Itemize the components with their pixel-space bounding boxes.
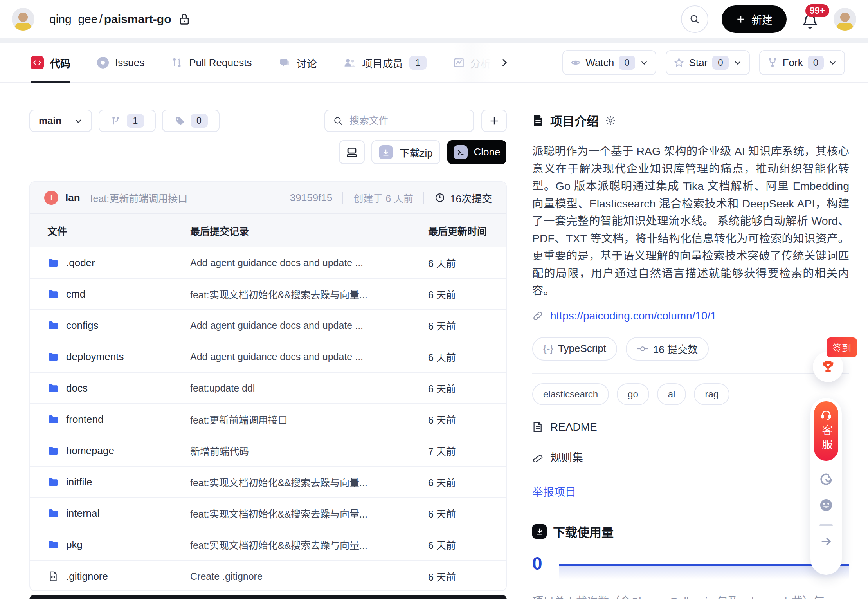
latest-commit-bar[interactable]: l lan feat:更新前端调用接口 39159f15 创建于 6 天前 16… xyxy=(30,182,506,214)
row-commit-message[interactable]: 新增前端代码 xyxy=(190,444,428,458)
new-button-label: 新建 xyxy=(751,12,773,27)
tag-go[interactable]: go xyxy=(617,383,649,405)
tab-code[interactable]: 代码 xyxy=(31,43,70,82)
tags-count-button[interactable]: 0 xyxy=(162,110,220,132)
pull-request-icon xyxy=(171,57,183,69)
file-name[interactable]: homepage xyxy=(66,445,114,457)
tab-issues[interactable]: Issues xyxy=(97,43,144,82)
table-row[interactable]: cmd feat:实现文档初始化&&搜索去躁与向量... 6 天前 xyxy=(30,279,506,310)
tag-ai[interactable]: ai xyxy=(657,383,686,405)
user-avatar[interactable] xyxy=(834,8,856,31)
tag-rag[interactable]: rag xyxy=(694,383,729,405)
checkin-badge[interactable]: 签到 xyxy=(827,337,857,357)
repo-name[interactable]: paismart-go xyxy=(104,13,171,26)
table-row[interactable]: initfile feat:实现文档初始化&&搜索去躁与向量... 6 天前 xyxy=(30,467,506,498)
row-commit-message[interactable]: Add agent guidance docs and update ... xyxy=(190,257,428,269)
search-button[interactable] xyxy=(681,5,708,33)
commit-author[interactable]: lan xyxy=(65,192,80,204)
file-name[interactable]: .qoder xyxy=(66,257,95,269)
customer-service-button[interactable]: 客服 xyxy=(814,401,838,461)
row-updated-time: 6 天前 xyxy=(428,256,506,270)
file-name[interactable]: initfile xyxy=(66,476,92,488)
file-name[interactable]: configs xyxy=(66,319,98,332)
file-name[interactable]: deployments xyxy=(66,351,124,363)
gear-icon[interactable] xyxy=(605,115,616,126)
branch-selector[interactable]: main xyxy=(29,110,92,132)
row-commit-message[interactable]: feat:update ddl xyxy=(190,382,428,394)
table-row[interactable]: docs feat:update ddl 6 天前 xyxy=(30,373,506,404)
row-commit-message[interactable]: feat:实现文档初始化&&搜索去躁与向量... xyxy=(190,538,428,552)
tab-discussions[interactable]: 讨论 xyxy=(279,43,317,82)
watch-button[interactable]: Watch 0 xyxy=(562,50,656,75)
readme-row[interactable]: README xyxy=(532,421,849,433)
chevron-down-icon[interactable] xyxy=(640,58,648,67)
row-commit-message[interactable]: Add agent guidance docs and update ... xyxy=(190,320,428,331)
file-name[interactable]: docs xyxy=(66,382,88,394)
feedback-spinner-icon[interactable] xyxy=(819,472,834,487)
branch-name: main xyxy=(39,115,61,126)
table-row[interactable]: configs Add agent guidance docs and upda… xyxy=(30,310,506,341)
table-row[interactable]: internal feat:实现文档初始化&&搜索去躁与向量... 6 天前 xyxy=(30,498,506,529)
tabs-overflow-chevron[interactable] xyxy=(496,55,512,70)
table-row[interactable]: .gitignore Create .gitignore 6 天前 xyxy=(30,561,506,591)
download-zip-label: 下载zip xyxy=(399,145,432,159)
file-name[interactable]: .gitignore xyxy=(66,570,108,583)
new-button[interactable]: 新建 xyxy=(722,5,787,33)
clone-button[interactable]: Clone xyxy=(447,140,506,164)
table-row[interactable]: frontend feat:更新前端调用接口 6 天前 xyxy=(30,404,506,435)
downloads-chart: 0 xyxy=(532,554,849,579)
chevron-down-icon[interactable] xyxy=(733,58,742,67)
row-updated-time: 6 天前 xyxy=(428,538,506,552)
tab-members[interactable]: 项目成员 1 xyxy=(344,43,427,82)
row-commit-message[interactable]: Add agent guidance docs and update ... xyxy=(190,351,428,363)
file-name[interactable]: pkg xyxy=(66,539,83,551)
notifications-button[interactable]: 99+ xyxy=(800,7,820,31)
row-commit-message[interactable]: feat:实现文档初始化&&搜索去躁与向量... xyxy=(190,506,428,520)
table-row[interactable]: deployments Add agent guidance docs and … xyxy=(30,341,506,373)
tab-analytics-truncated[interactable]: 分析 xyxy=(453,43,494,82)
ruleset-row[interactable]: 规则集 xyxy=(532,449,849,465)
row-updated-time: 6 天前 xyxy=(428,381,506,395)
commit-message[interactable]: feat:更新前端调用接口 xyxy=(90,191,188,205)
commit-count[interactable]: 16次提交 xyxy=(434,191,492,205)
file-search[interactable] xyxy=(324,110,474,132)
tab-discussions-label: 讨论 xyxy=(297,56,317,70)
row-commit-message[interactable]: feat:实现文档初始化&&搜索去躁与向量... xyxy=(190,475,428,489)
table-row[interactable]: .qoder Add agent guidance docs and updat… xyxy=(30,247,506,279)
file-name[interactable]: internal xyxy=(66,507,99,520)
row-commit-message[interactable]: feat:实现文档初始化&&搜索去躁与向量... xyxy=(190,287,428,301)
branches-count-button[interactable]: 1 xyxy=(99,110,156,132)
table-row[interactable]: homepage 新增前端代码 7 天前 xyxy=(30,435,506,467)
tab-pull-requests[interactable]: Pull Requests xyxy=(171,43,252,82)
tab-analytics-label: 分析 xyxy=(470,56,491,70)
commits-badge[interactable]: 16 提交数 xyxy=(626,337,709,361)
owner-avatar[interactable] xyxy=(12,8,34,31)
language-badge[interactable]: {-} TypeScript xyxy=(532,337,617,361)
plus-icon xyxy=(736,14,746,24)
file-search-input[interactable] xyxy=(349,115,465,127)
download-zip-button[interactable]: 下载zip xyxy=(371,140,440,164)
web-ide-button[interactable] xyxy=(339,140,365,164)
project-link[interactable]: https://paicoding.com/column/10/1 xyxy=(550,310,717,322)
file-name[interactable]: cmd xyxy=(66,288,85,300)
file-name[interactable]: frontend xyxy=(66,413,103,426)
repo-owner[interactable]: qing_gee xyxy=(49,13,97,26)
collapse-arrow-icon[interactable] xyxy=(819,535,833,548)
table-row[interactable]: pkg feat:实现文档初始化&&搜索去躁与向量... 6 天前 xyxy=(30,529,506,561)
star-button[interactable]: Star 0 xyxy=(666,50,750,75)
divider-dash xyxy=(819,524,833,526)
notification-badge: 99+ xyxy=(805,4,829,17)
star-label: Star xyxy=(689,57,708,69)
tag-elasticsearch[interactable]: elasticsearch xyxy=(532,383,609,405)
row-commit-message[interactable]: feat:更新前端调用接口 xyxy=(190,412,428,426)
row-commit-message[interactable]: Create .gitignore xyxy=(190,571,428,582)
add-file-button[interactable] xyxy=(481,110,507,132)
commit-author-avatar[interactable]: l xyxy=(44,191,58,205)
fork-button[interactable]: Fork 0 xyxy=(759,50,845,75)
row-updated-time: 6 天前 xyxy=(428,350,506,364)
commit-hash[interactable]: 39159f15 xyxy=(290,192,332,204)
chevron-down-icon[interactable] xyxy=(828,58,837,67)
smiley-icon[interactable] xyxy=(819,498,834,512)
report-project-link[interactable]: 举报项目 xyxy=(532,484,576,499)
badge-row: {-} TypeScript 16 提交数 xyxy=(532,337,849,361)
